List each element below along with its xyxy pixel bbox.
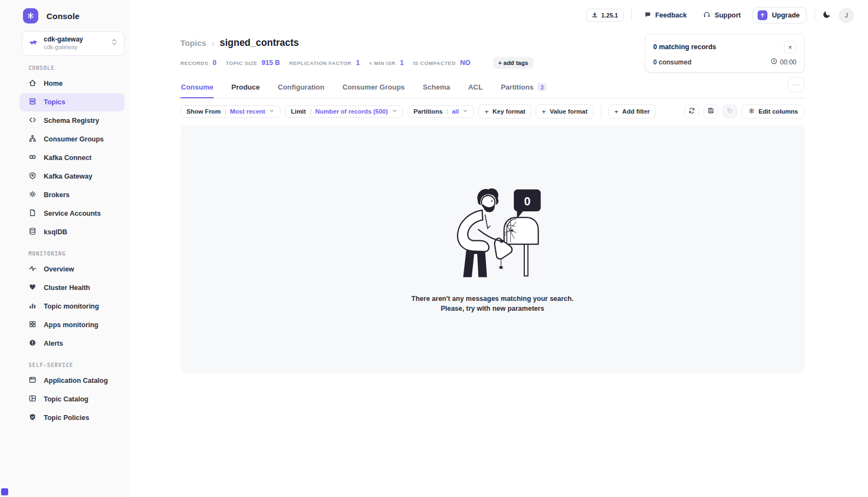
divider: [814, 9, 815, 21]
empty-state-line1: There aren't any messages matching your …: [412, 294, 574, 304]
conduktor-logo-icon: [23, 8, 38, 23]
tab-acl[interactable]: ACL: [467, 80, 483, 98]
filter-divider: |: [310, 108, 312, 115]
cluster-selector[interactable]: cdk-gateway cdk-gateway: [22, 31, 125, 56]
chevron-updown-icon: [111, 38, 118, 48]
close-icon: ×: [788, 43, 793, 51]
sidebar-item-overview[interactable]: Overview: [20, 261, 125, 279]
grid-icon: [28, 320, 37, 330]
sidebar-item-schema-registry[interactable]: Schema Registry: [20, 112, 125, 130]
sidebar-item-apps-monitoring[interactable]: Apps monitoring: [20, 316, 125, 334]
stat-replication-factor: REPLICATION FACTOR 1: [289, 59, 360, 67]
tab-schema[interactable]: Schema: [423, 80, 451, 98]
cluster-name: cdk-gateway: [44, 36, 105, 44]
sidebar-item-home[interactable]: Home: [20, 75, 125, 93]
key-format-button[interactable]: + Key format: [478, 104, 531, 119]
results-card: 0 matching records × 0 consumed 00:00: [645, 34, 805, 73]
sidebar-item-label: Brokers: [44, 191, 69, 199]
heart-icon: [28, 283, 37, 293]
stat-topic-size: TOPIC SIZE 915 B: [226, 59, 280, 67]
top-bar: 1.25.1 Feedback Support Upgrade J: [130, 0, 868, 31]
filter-label: Add filter: [622, 108, 649, 115]
value-format-button[interactable]: + Value format: [536, 104, 594, 119]
sidebar-item-cluster-health[interactable]: Cluster Health: [20, 279, 125, 297]
sidebar-item-kafka-connect[interactable]: Kafka Connect: [20, 149, 125, 167]
sidebar-item-topic-catalog[interactable]: Topic Catalog: [20, 390, 125, 409]
hierarchy-icon: [28, 134, 37, 145]
divider: [631, 9, 632, 21]
breadcrumb-topics[interactable]: Topics: [180, 38, 206, 48]
sidebar-item-consumer-groups[interactable]: Consumer Groups: [20, 131, 125, 149]
edit-columns-button[interactable]: Edit columns: [742, 104, 805, 119]
filter-label: Show From: [186, 108, 221, 115]
gear-icon: [748, 108, 755, 115]
code-brackets-icon: [28, 116, 37, 126]
section-label-monitoring: MONITORING: [28, 251, 130, 257]
sidebar-item-label: Alerts: [44, 340, 63, 347]
limit-filter[interactable]: Limit | Number of records (500): [285, 105, 403, 118]
sidebar-item-label: Topic Policies: [44, 414, 89, 422]
filter-value: all: [452, 108, 459, 115]
tab-produce[interactable]: Produce: [231, 80, 260, 98]
stat-label: REPLICATION FACTOR: [289, 60, 351, 66]
chat-widget[interactable]: [1, 488, 8, 495]
sidebar-item-brokers[interactable]: Brokers: [20, 186, 125, 204]
gear-icon: [28, 190, 37, 200]
tag-button[interactable]: [723, 104, 737, 119]
sidebar-item-alerts[interactable]: Alerts: [20, 335, 125, 353]
sidebar-item-label: Topic monitoring: [44, 303, 99, 310]
home-icon: [28, 79, 37, 89]
sidebar-item-topic-monitoring[interactable]: Topic monitoring: [20, 298, 125, 316]
feedback-button[interactable]: Feedback: [640, 11, 691, 20]
main-content: 0 matching records × 0 consumed 00:00 To…: [130, 31, 868, 497]
sidebar-item-topic-policies[interactable]: Topic Policies: [20, 409, 125, 427]
filter-label: Partitions: [414, 108, 443, 115]
chevron-down-icon: [392, 108, 397, 115]
upgrade-button[interactable]: Upgrade: [753, 7, 807, 23]
moon-icon: [823, 10, 831, 21]
empty-mailbox-illustration: 0: [441, 186, 544, 280]
consumed-text: 0 consumed: [653, 58, 691, 66]
stat-value: NO: [460, 59, 471, 67]
database-icon: [28, 227, 37, 238]
sidebar-item-label: Topics: [44, 98, 65, 106]
app-logo: Console: [23, 8, 130, 23]
stat-is-compacted: IS COMPACTED NO: [413, 59, 471, 67]
dark-mode-toggle[interactable]: [823, 10, 831, 21]
version-label: 1.25.1: [601, 12, 618, 19]
shield-icon: [28, 171, 37, 182]
tab-partitions[interactable]: Partitions 3: [500, 80, 547, 98]
app-title: Console: [46, 11, 80, 21]
sidebar-item-service-accounts[interactable]: Service Accounts: [20, 205, 125, 223]
tab-consumer-groups[interactable]: Consumer Groups: [342, 80, 405, 98]
timer: 00:00: [771, 58, 796, 66]
support-button[interactable]: Support: [699, 11, 745, 20]
filter-value: Number of records (500): [315, 108, 388, 115]
stat-records: RECORDS 0: [180, 59, 216, 67]
avatar[interactable]: J: [839, 8, 854, 23]
sidebar-item-topics[interactable]: Topics: [20, 93, 125, 111]
show-from-filter[interactable]: Show From | Most recent: [180, 105, 280, 118]
tag-icon: [726, 107, 734, 116]
stat-label: IS COMPACTED: [413, 60, 456, 66]
partitions-filter[interactable]: Partitions | all: [408, 105, 474, 118]
sidebar-item-ksqldb[interactable]: ksqlDB: [20, 223, 125, 241]
filter-divider: |: [225, 108, 226, 115]
refresh-button[interactable]: [684, 104, 699, 119]
sidebar-item-kafka-gateway[interactable]: Kafka Gateway: [20, 168, 125, 186]
close-button[interactable]: ×: [784, 41, 796, 54]
add-filter-button[interactable]: + Add filter: [608, 104, 656, 119]
upgrade-icon: [758, 10, 767, 20]
save-view-button[interactable]: [703, 104, 718, 119]
topics-icon: [28, 97, 37, 108]
add-tags-button[interactable]: + add tags: [493, 57, 534, 69]
document-icon: [28, 209, 37, 219]
sidebar-item-application-catalog[interactable]: Application Catalog: [20, 372, 125, 390]
tab-configuration[interactable]: Configuration: [277, 80, 325, 98]
feedback-label: Feedback: [655, 11, 687, 19]
more-options-button[interactable]: ···: [788, 77, 805, 92]
tab-consume[interactable]: Consume: [180, 80, 214, 98]
timer-value: 00:00: [780, 58, 796, 66]
version-button[interactable]: 1.25.1: [586, 9, 624, 22]
sidebar-item-label: Kafka Gateway: [44, 173, 92, 180]
